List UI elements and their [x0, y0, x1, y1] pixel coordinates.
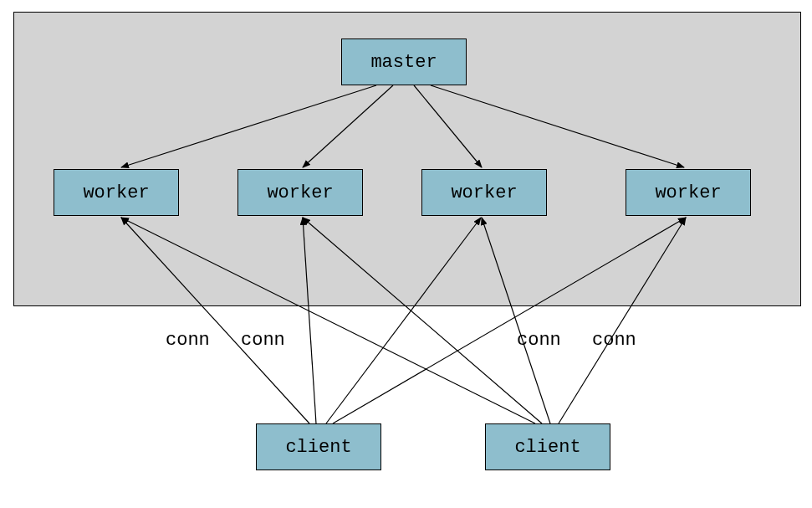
edge-label-conn: conn — [166, 330, 210, 351]
worker-node: worker — [237, 169, 363, 216]
client-label: client — [514, 437, 580, 458]
diagram-canvas: { "diagram": { "server_bg": { "x": 16, "… — [0, 0, 812, 508]
edge-label-conn: conn — [241, 330, 285, 351]
worker-label: worker — [655, 182, 721, 203]
client-label: client — [285, 437, 351, 458]
edge-label-conn: conn — [517, 330, 561, 351]
worker-label: worker — [267, 182, 333, 203]
worker-node: worker — [626, 169, 751, 216]
master-label: master — [370, 52, 437, 73]
master-node: master — [341, 38, 467, 85]
client-node: client — [256, 423, 381, 470]
client-node: client — [485, 423, 610, 470]
worker-node: worker — [54, 169, 179, 216]
worker-label: worker — [83, 182, 149, 203]
worker-node: worker — [421, 169, 547, 216]
edge-label-conn: conn — [592, 330, 636, 351]
worker-label: worker — [451, 182, 517, 203]
